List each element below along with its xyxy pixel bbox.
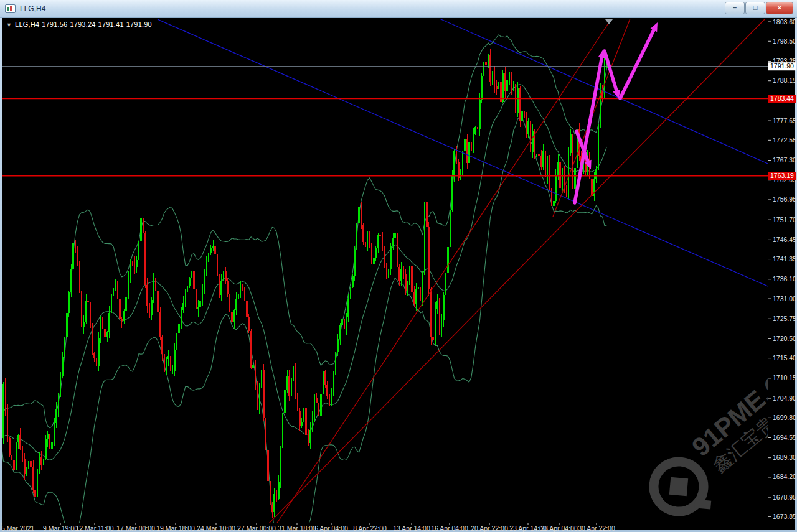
window-titlebar[interactable]: LLG,H4 – □ × xyxy=(0,0,797,18)
svg-text:8 Apr 22:00: 8 Apr 22:00 xyxy=(353,525,387,532)
svg-text:1756.95: 1756.95 xyxy=(773,195,796,203)
svg-text:1767.30: 1767.30 xyxy=(773,156,796,164)
svg-text:1725.75: 1725.75 xyxy=(773,315,796,322)
svg-text:28 Apr 04:00: 28 Apr 04:00 xyxy=(540,525,578,532)
minimize-button[interactable]: – xyxy=(725,2,745,14)
svg-text:1710.15: 1710.15 xyxy=(773,374,796,381)
svg-text:1783.44: 1783.44 xyxy=(770,95,794,102)
time-axis[interactable]: 5 Mar 20219 Mar 19:0012 Mar 11:0017 Mar … xyxy=(1,523,615,532)
open-value: 1791.56 xyxy=(42,21,67,28)
svg-text:1803.60: 1803.60 xyxy=(773,18,796,26)
svg-text:13 Apr 14:00: 13 Apr 14:00 xyxy=(393,525,430,532)
svg-text:1673.85: 1673.85 xyxy=(773,513,796,520)
svg-text:1788.15: 1788.15 xyxy=(773,77,796,84)
svg-text:20 Apr 22:00: 20 Apr 22:00 xyxy=(471,525,508,532)
high-value: 1793.24 xyxy=(70,21,95,28)
chart-window-icon xyxy=(5,4,16,13)
svg-text:19 Mar 18:00: 19 Mar 18:00 xyxy=(156,525,195,532)
svg-text:5 Mar 2021: 5 Mar 2021 xyxy=(1,525,34,532)
svg-text:31 Mar 18:00: 31 Mar 18:00 xyxy=(278,525,316,532)
svg-text:1694.55: 1694.55 xyxy=(773,434,796,441)
svg-text:24 Mar 10:00: 24 Mar 10:00 xyxy=(197,525,235,532)
svg-text:1772.55: 1772.55 xyxy=(773,136,796,144)
expand-arrow-icon[interactable]: ▼ xyxy=(6,22,12,28)
svg-text:1689.30: 1689.30 xyxy=(773,454,796,461)
low-value: 1791.41 xyxy=(98,21,124,28)
window-title: LLG,H4 xyxy=(20,4,45,13)
svg-text:1684.20: 1684.20 xyxy=(773,473,796,480)
svg-text:1678.95: 1678.95 xyxy=(773,493,796,501)
close-button[interactable]: × xyxy=(766,2,793,14)
svg-text:1751.70: 1751.70 xyxy=(773,216,796,223)
svg-text:17 Mar 00:00: 17 Mar 00:00 xyxy=(116,525,155,532)
svg-text:1763.19: 1763.19 xyxy=(770,172,794,179)
svg-text:1720.50: 1720.50 xyxy=(773,335,796,342)
svg-text:16 Apr 04:00: 16 Apr 04:00 xyxy=(431,525,468,532)
maximize-button[interactable]: □ xyxy=(745,2,765,14)
svg-text:1736.10: 1736.10 xyxy=(773,275,796,282)
svg-text:1741.35: 1741.35 xyxy=(773,255,796,263)
svg-text:1777.65: 1777.65 xyxy=(773,117,796,124)
svg-text:9 Mar 19:00: 9 Mar 19:00 xyxy=(43,525,78,532)
svg-text:1798.50: 1798.50 xyxy=(773,37,796,45)
svg-text:6 Apr 04:00: 6 Apr 04:00 xyxy=(314,525,348,532)
svg-text:1791.90: 1791.90 xyxy=(770,62,794,70)
close-value: 1791.90 xyxy=(126,21,152,28)
svg-text:1715.40: 1715.40 xyxy=(773,354,796,362)
svg-text:1704.90: 1704.90 xyxy=(773,394,796,402)
svg-text:1731.00: 1731.00 xyxy=(773,295,796,302)
mt4-chart-window: 91PME.COM鑫汇宝贵金属1803.601798.501793.251788… xyxy=(0,0,797,532)
svg-text:30 Apr 22:00: 30 Apr 22:00 xyxy=(578,525,615,532)
chart-canvas[interactable]: 91PME.COM鑫汇宝贵金属1803.601798.501793.251788… xyxy=(0,0,797,532)
svg-text:1746.45: 1746.45 xyxy=(773,236,796,243)
svg-text:1699.80: 1699.80 xyxy=(773,414,796,421)
svg-text:12 Mar 11:00: 12 Mar 11:00 xyxy=(75,525,113,532)
symbol-label: LLG,H4 xyxy=(15,21,39,28)
svg-text:27 Mar 00:00: 27 Mar 00:00 xyxy=(237,525,276,532)
ohlc-readout: ▼LLG,H41791.561793.241791.411791.90 xyxy=(6,21,154,28)
